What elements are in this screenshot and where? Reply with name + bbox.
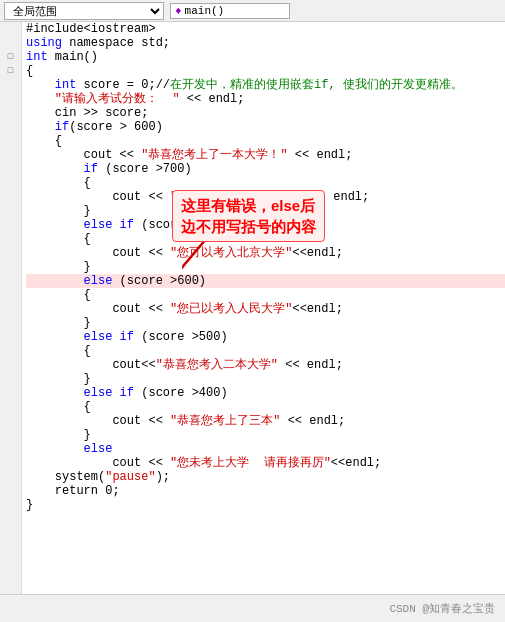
code-token: "pause" (105, 470, 155, 484)
code-line: { (26, 176, 505, 190)
code-token (26, 190, 112, 204)
code-line: else if (score >400) (26, 386, 505, 400)
code-token (26, 148, 84, 162)
code-line: cout<<"恭喜您考入二本大学" << endl; (26, 358, 505, 372)
gutter-row (0, 330, 22, 344)
gutter-row (0, 288, 22, 302)
gutter-row (0, 162, 22, 176)
code-line: } (26, 260, 505, 274)
code-token: main() (48, 50, 98, 64)
code-token: cout (112, 190, 141, 204)
code-token (26, 246, 112, 260)
code-token: "您已以考入人民大学" (170, 302, 292, 316)
gutter-row (0, 316, 22, 330)
code-token: } (26, 316, 91, 330)
code-line: if (score >700) (26, 162, 505, 176)
code-token: << (141, 456, 170, 470)
code-token: { (26, 64, 33, 78)
code-area: □□ 这里有错误，else后 边不用写括号的内容 #include<iostre… (0, 22, 505, 594)
code-token (26, 414, 112, 428)
gutter-row (0, 148, 22, 162)
gutter-row (0, 260, 22, 274)
code-token (26, 358, 112, 372)
annotation-line1: 这里有错误，else后 (181, 197, 315, 214)
scope-dropdown[interactable]: 全局范围 (4, 2, 164, 20)
code-token: "恭喜您考上了三本" (170, 414, 280, 428)
code-line: system("pause"); (26, 470, 505, 484)
gutter-row (0, 274, 22, 288)
code-line: else (score >600) (26, 274, 505, 288)
code-token: system( (26, 470, 105, 484)
code-token: cout (112, 302, 141, 316)
gutter-row (0, 246, 22, 260)
code-token: <<endl; (331, 456, 381, 470)
code-token: cout (112, 414, 141, 428)
code-token: { (26, 134, 62, 148)
code-token (26, 302, 112, 316)
code-token: << endl; (278, 358, 343, 372)
code-line: #include<iostream> (26, 22, 505, 36)
code-token: ); (156, 470, 170, 484)
code-token: } (26, 498, 33, 512)
code-token: #include<iostream> (26, 22, 156, 36)
code-token (26, 330, 84, 344)
code-token: { (26, 400, 91, 414)
gutter-row (0, 78, 22, 92)
code-token: if (84, 162, 98, 176)
function-label: main() (185, 5, 225, 17)
code-token: { (26, 232, 91, 246)
code-token: "您可以考入北京大学" (170, 246, 292, 260)
code-token: (score > 600) (69, 120, 163, 134)
code-token (26, 162, 84, 176)
code-line: cin >> score; (26, 106, 505, 120)
code-token: namespace std; (62, 36, 170, 50)
code-token (26, 120, 55, 134)
annotation-bubble: 这里有错误，else后 边不用写括号的内容 (172, 190, 325, 242)
code-token (26, 456, 112, 470)
code-token: cout (112, 456, 141, 470)
gutter-row (0, 456, 22, 470)
code-token: "恭喜您考上了一本大学！" (141, 148, 287, 162)
code-token: using (26, 36, 62, 50)
code-line: cout << "恭喜您考上了三本" << endl; (26, 414, 505, 428)
code-token: << (141, 358, 155, 372)
code-token: int (26, 50, 48, 64)
gutter-row (0, 386, 22, 400)
gutter-row (0, 428, 22, 442)
gutter-row (0, 344, 22, 358)
gutter-row (0, 134, 22, 148)
code-token: } (26, 428, 91, 442)
gutter-row (0, 36, 22, 50)
code-token: << (141, 414, 170, 428)
code-token (26, 442, 84, 456)
gutter-row: □ (0, 50, 22, 64)
code-token: cin >> score; (26, 106, 148, 120)
watermark-text: CSDN @知青春之宝贵 (389, 601, 495, 616)
code-token: else if (84, 330, 134, 344)
code-token: { (26, 344, 91, 358)
code-token: (score >500) (134, 330, 228, 344)
gutter-row (0, 204, 22, 218)
gutter-row (0, 176, 22, 190)
code-line: int score = 0;//在开发中，精准的使用嵌套if, 使我们的开发更精… (26, 78, 505, 92)
code-line: cout << "恭喜您考上了一本大学！" << endl; (26, 148, 505, 162)
code-token (26, 386, 84, 400)
code-token: <<endl; (292, 246, 342, 260)
line-gutter: □□ (0, 22, 22, 594)
code-token: (score >600) (112, 274, 206, 288)
code-token: if (55, 120, 69, 134)
code-token (26, 92, 55, 106)
code-token: cout (112, 246, 141, 260)
code-token: else if (84, 218, 134, 232)
code-line: { (26, 400, 505, 414)
gutter-row (0, 470, 22, 484)
annotation-line2: 边不用写括号的内容 (181, 218, 316, 235)
function-dropdown[interactable]: ♦ main() (170, 3, 290, 19)
code-line: else (26, 442, 505, 456)
gutter-row (0, 484, 22, 498)
code-line: return 0; (26, 484, 505, 498)
code-token (26, 78, 55, 92)
code-token: << (141, 246, 170, 260)
code-token: { (26, 288, 91, 302)
gutter-row: □ (0, 64, 22, 78)
